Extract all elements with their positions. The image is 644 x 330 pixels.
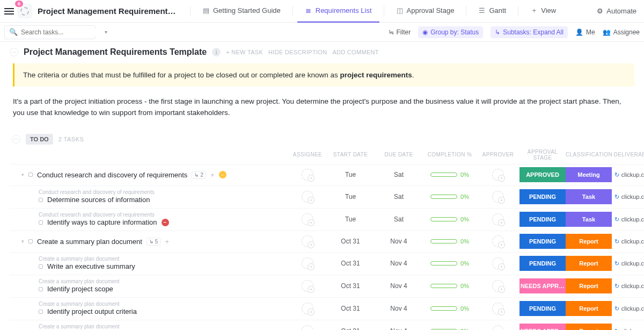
completion[interactable]: 0%: [423, 283, 477, 289]
col-approvalstage[interactable]: APPROVAL STAGE: [519, 149, 566, 161]
deliverable-link[interactable]: ↻clickup.com: [612, 283, 644, 290]
task-name[interactable]: Conduct research and discovery of requir…: [37, 171, 187, 179]
col-duedate[interactable]: DUE DATE: [375, 152, 423, 157]
deliverable-link[interactable]: ↻clickup.com: [612, 238, 644, 245]
start-date[interactable]: Oct 31: [326, 327, 375, 330]
info-icon[interactable]: i: [212, 48, 221, 56]
subtask-row[interactable]: Create a summary plan document Identify …: [10, 297, 644, 320]
assignee-placeholder[interactable]: [302, 235, 313, 247]
subtask-row[interactable]: Create a summary plan document Create a …: [10, 320, 644, 330]
due-date[interactable]: Sat: [375, 171, 423, 178]
task-name[interactable]: Determine sources of information: [47, 196, 150, 204]
classification-tag[interactable]: Report: [566, 278, 612, 293]
new-task-button[interactable]: NEW TASK: [226, 49, 263, 55]
status-dot[interactable]: [39, 310, 43, 314]
due-date[interactable]: Nov 4: [375, 282, 423, 290]
assignee-placeholder[interactable]: [302, 191, 313, 203]
approval-stage-tag[interactable]: APPROVED: [519, 167, 566, 182]
automate-button[interactable]: ⚙ Automate: [594, 7, 640, 15]
assignee-placeholder[interactable]: [302, 280, 313, 292]
task-name[interactable]: Write an executive summary: [47, 262, 135, 270]
approval-stage-tag[interactable]: NEEDS APPR…: [519, 324, 566, 330]
subtasks-button[interactable]: ↳Subtasks: Expand All: [491, 26, 568, 38]
deliverable-link[interactable]: ↻clickup.com: [612, 305, 644, 312]
approver-placeholder[interactable]: [492, 191, 504, 203]
approver-placeholder[interactable]: [492, 235, 504, 247]
approval-stage-tag[interactable]: PENDING: [519, 256, 566, 271]
classification-tag[interactable]: Report: [566, 234, 612, 249]
tab-gantt[interactable]: ☰ Gantt: [471, 0, 514, 23]
groupby-button[interactable]: ◉Group by: Status: [418, 26, 483, 38]
task-row[interactable]: ▾ Conduct research and discovery of requ…: [10, 164, 644, 185]
assignee-placeholder[interactable]: [302, 325, 313, 330]
due-date[interactable]: Sat: [375, 193, 423, 200]
due-date[interactable]: Nov 4: [375, 305, 423, 312]
start-date[interactable]: Tue: [326, 171, 375, 178]
start-date[interactable]: Oct 31: [326, 260, 375, 267]
subtask-count[interactable]: ↳ 5: [147, 238, 161, 246]
classification-tag[interactable]: Task: [566, 189, 612, 204]
status-dot[interactable]: [39, 264, 43, 269]
status-dot[interactable]: [39, 287, 43, 291]
start-date[interactable]: Tue: [326, 216, 375, 223]
deliverable-link[interactable]: ↻clickup.com: [612, 216, 644, 223]
due-date[interactable]: Nov 4: [375, 260, 423, 267]
deliverable-link[interactable]: ↻clickup.com: [612, 328, 644, 330]
task-name[interactable]: Identify project output criteria: [47, 307, 137, 315]
completion[interactable]: 0%: [423, 305, 477, 312]
hide-description-button[interactable]: HIDE DESCRIPTION: [268, 49, 327, 55]
approval-stage-tag[interactable]: PENDING: [519, 212, 566, 227]
approver-placeholder[interactable]: [492, 303, 504, 314]
tab-getting-started[interactable]: ▤ Getting Started Guide: [195, 0, 288, 23]
assignee-placeholder[interactable]: [302, 213, 313, 225]
status-dot[interactable]: [28, 239, 33, 243]
group-settings-icon[interactable]: ⋯: [12, 135, 20, 144]
approver-placeholder[interactable]: [492, 169, 504, 181]
approver-placeholder[interactable]: [492, 325, 504, 330]
classification-tag[interactable]: Meeting: [566, 167, 612, 182]
col-deliverable[interactable]: DELIVERABLE: [612, 152, 644, 157]
tab-add-view[interactable]: + View: [523, 0, 564, 23]
deliverable-link[interactable]: ↻clickup.com: [612, 193, 644, 200]
filter-button[interactable]: ≒Filter: [389, 28, 411, 36]
add-subtask-icon[interactable]: +: [165, 238, 169, 246]
assignee-placeholder[interactable]: [302, 303, 313, 314]
approval-stage-tag[interactable]: PENDING: [519, 234, 566, 249]
subtask-count[interactable]: ↳ 2: [192, 171, 206, 179]
assignee-placeholder[interactable]: [302, 169, 313, 181]
collapse-icon[interactable]: ▾: [21, 172, 24, 177]
status-label[interactable]: TO DO: [26, 134, 53, 145]
status-dot[interactable]: [39, 198, 43, 202]
approver-placeholder[interactable]: [492, 257, 504, 269]
classification-tag[interactable]: Task: [566, 212, 612, 227]
classification-tag[interactable]: Report: [566, 301, 612, 316]
collapse-icon[interactable]: ▾: [21, 239, 24, 244]
col-assignee[interactable]: ASSIGNEE: [289, 152, 326, 157]
completion[interactable]: 0%: [423, 193, 477, 200]
blocked-icon[interactable]: −: [162, 219, 169, 226]
completion[interactable]: 0%: [423, 260, 477, 267]
due-date[interactable]: Nov 4: [375, 238, 423, 245]
deliverable-link[interactable]: ↻clickup.com: [612, 171, 644, 178]
search-box[interactable]: 🔍 ▾: [4, 25, 96, 39]
status-dot[interactable]: [39, 220, 43, 225]
classification-tag[interactable]: Report: [566, 324, 612, 330]
completion[interactable]: 0%: [423, 216, 477, 223]
add-subtask-icon[interactable]: +: [210, 171, 215, 179]
due-date[interactable]: Sat: [375, 216, 423, 223]
page-title-short[interactable]: Project Management Requirements Te…: [38, 6, 177, 16]
col-startdate[interactable]: START DATE: [326, 152, 375, 157]
search-input[interactable]: [21, 28, 101, 36]
subtask-row[interactable]: Conduct research and discovery of requir…: [10, 208, 644, 231]
add-comment-button[interactable]: ADD COMMENT: [332, 49, 378, 55]
me-button[interactable]: 👤Me: [575, 28, 595, 36]
approver-placeholder[interactable]: [492, 280, 504, 292]
completion[interactable]: 0%: [423, 171, 477, 178]
task-name[interactable]: Identify project scope: [47, 285, 113, 293]
priority-icon[interactable]: −: [219, 171, 226, 178]
col-approver[interactable]: APPROVER: [477, 152, 519, 157]
start-date[interactable]: Oct 31: [326, 282, 375, 290]
subtask-row[interactable]: Conduct research and discovery of requir…: [10, 185, 644, 208]
start-date[interactable]: Oct 31: [326, 305, 375, 312]
assignee-placeholder[interactable]: [302, 257, 313, 269]
